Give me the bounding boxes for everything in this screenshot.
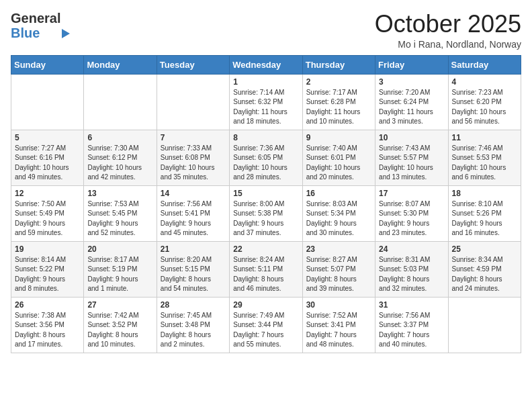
day-number: 7 [161, 133, 226, 142]
day-of-week-header: Monday [84, 55, 157, 74]
day-info: Sunrise: 7:40 AM Sunset: 6:01 PM Dayligh… [306, 144, 371, 183]
calendar-day-cell: 17Sunrise: 8:07 AM Sunset: 5:30 PM Dayli… [375, 185, 448, 241]
day-number: 1 [233, 77, 298, 87]
day-info: Sunrise: 7:38 AM Sunset: 3:56 PM Dayligh… [15, 311, 80, 350]
calendar-day-cell: 21Sunrise: 8:20 AM Sunset: 5:15 PM Dayli… [157, 241, 229, 297]
calendar-day-cell: 22Sunrise: 8:24 AM Sunset: 5:11 PM Dayli… [230, 241, 302, 297]
day-number: 13 [87, 189, 152, 198]
location-text: Mo i Rana, Nordland, Norway [375, 39, 521, 50]
day-number: 5 [15, 133, 80, 142]
day-info: Sunrise: 8:07 AM Sunset: 5:30 PM Dayligh… [379, 199, 444, 238]
logo: General Blue [11, 11, 70, 40]
day-number: 26 [15, 300, 80, 310]
day-info: Sunrise: 8:34 AM Sunset: 4:59 PM Dayligh… [452, 255, 517, 294]
calendar-day-cell: 20Sunrise: 8:17 AM Sunset: 5:19 PM Dayli… [84, 241, 157, 297]
calendar-week-row: 5Sunrise: 7:27 AM Sunset: 6:16 PM Daylig… [11, 130, 521, 185]
day-info: Sunrise: 7:42 AM Sunset: 3:52 PM Dayligh… [87, 311, 152, 350]
day-number: 10 [379, 133, 444, 142]
day-info: Sunrise: 7:46 AM Sunset: 5:53 PM Dayligh… [452, 144, 517, 183]
calendar-day-cell [157, 74, 229, 130]
calendar-day-cell: 14Sunrise: 7:56 AM Sunset: 5:41 PM Dayli… [157, 185, 229, 241]
day-of-week-header: Tuesday [157, 55, 229, 74]
calendar-day-cell: 29Sunrise: 7:49 AM Sunset: 3:44 PM Dayli… [230, 297, 302, 353]
day-number: 30 [306, 300, 371, 310]
day-info: Sunrise: 7:27 AM Sunset: 6:16 PM Dayligh… [15, 144, 80, 183]
calendar-day-cell: 11Sunrise: 7:46 AM Sunset: 5:53 PM Dayli… [448, 130, 521, 185]
day-info: Sunrise: 8:24 AM Sunset: 5:11 PM Dayligh… [233, 255, 298, 294]
calendar-day-cell: 30Sunrise: 7:52 AM Sunset: 3:41 PM Dayli… [302, 297, 375, 353]
day-info: Sunrise: 7:52 AM Sunset: 3:41 PM Dayligh… [306, 311, 371, 350]
day-number: 19 [15, 244, 80, 254]
day-number: 23 [306, 244, 371, 254]
month-title: October 2025 [375, 11, 521, 38]
day-number: 14 [161, 189, 226, 198]
day-number: 28 [161, 300, 226, 310]
day-info: Sunrise: 8:10 AM Sunset: 5:26 PM Dayligh… [452, 199, 517, 238]
page-header: General Blue October 2025 Mo i Rana, Nor… [11, 11, 521, 50]
calendar-day-cell: 31Sunrise: 7:56 AM Sunset: 3:37 PM Dayli… [375, 297, 448, 353]
calendar-day-cell: 25Sunrise: 8:34 AM Sunset: 4:59 PM Dayli… [448, 241, 521, 297]
day-number: 25 [452, 244, 517, 254]
calendar-day-cell: 9Sunrise: 7:40 AM Sunset: 6:01 PM Daylig… [302, 130, 375, 185]
calendar-day-cell: 10Sunrise: 7:43 AM Sunset: 5:57 PM Dayli… [375, 130, 448, 185]
day-info: Sunrise: 7:49 AM Sunset: 3:44 PM Dayligh… [233, 311, 298, 350]
day-info: Sunrise: 7:14 AM Sunset: 6:32 PM Dayligh… [233, 88, 298, 127]
calendar-day-cell [448, 297, 521, 353]
day-info: Sunrise: 7:33 AM Sunset: 6:08 PM Dayligh… [161, 144, 226, 183]
day-info: Sunrise: 8:00 AM Sunset: 5:38 PM Dayligh… [233, 199, 298, 238]
calendar-day-cell [84, 74, 157, 130]
day-info: Sunrise: 7:50 AM Sunset: 5:49 PM Dayligh… [15, 199, 80, 238]
day-info: Sunrise: 8:31 AM Sunset: 5:03 PM Dayligh… [379, 255, 444, 294]
day-info: Sunrise: 8:20 AM Sunset: 5:15 PM Dayligh… [161, 255, 226, 294]
calendar-day-cell: 24Sunrise: 8:31 AM Sunset: 5:03 PM Dayli… [375, 241, 448, 297]
calendar-day-cell: 15Sunrise: 8:00 AM Sunset: 5:38 PM Dayli… [230, 185, 302, 241]
calendar-day-cell: 3Sunrise: 7:20 AM Sunset: 6:24 PM Daylig… [375, 74, 448, 130]
day-number: 3 [379, 77, 444, 87]
day-info: Sunrise: 7:53 AM Sunset: 5:45 PM Dayligh… [87, 199, 152, 238]
day-info: Sunrise: 8:14 AM Sunset: 5:22 PM Dayligh… [15, 255, 80, 294]
calendar-week-row: 19Sunrise: 8:14 AM Sunset: 5:22 PM Dayli… [11, 241, 521, 297]
day-number: 4 [452, 77, 517, 87]
calendar-day-cell: 5Sunrise: 7:27 AM Sunset: 6:16 PM Daylig… [11, 130, 84, 185]
logo-blue: Blue [11, 26, 60, 40]
calendar-day-cell [11, 74, 84, 130]
calendar-week-row: 26Sunrise: 7:38 AM Sunset: 3:56 PM Dayli… [11, 297, 521, 353]
day-number: 16 [306, 189, 371, 198]
logo-arrow-icon [62, 29, 70, 38]
day-of-week-header: Wednesday [230, 55, 302, 74]
day-number: 9 [306, 133, 371, 142]
calendar-day-cell: 8Sunrise: 7:36 AM Sunset: 6:05 PM Daylig… [230, 130, 302, 185]
calendar-day-cell: 1Sunrise: 7:14 AM Sunset: 6:32 PM Daylig… [230, 74, 302, 130]
calendar-day-cell: 18Sunrise: 8:10 AM Sunset: 5:26 PM Dayli… [448, 185, 521, 241]
day-info: Sunrise: 7:20 AM Sunset: 6:24 PM Dayligh… [379, 88, 444, 127]
calendar-day-cell: 23Sunrise: 8:27 AM Sunset: 5:07 PM Dayli… [302, 241, 375, 297]
day-number: 17 [379, 189, 444, 198]
day-number: 8 [233, 133, 298, 142]
calendar-day-cell: 2Sunrise: 7:17 AM Sunset: 6:28 PM Daylig… [302, 74, 375, 130]
calendar-day-cell: 16Sunrise: 8:03 AM Sunset: 5:34 PM Dayli… [302, 185, 375, 241]
calendar-day-cell: 19Sunrise: 8:14 AM Sunset: 5:22 PM Dayli… [11, 241, 84, 297]
day-number: 22 [233, 244, 298, 254]
calendar-day-cell: 12Sunrise: 7:50 AM Sunset: 5:49 PM Dayli… [11, 185, 84, 241]
calendar-week-row: 12Sunrise: 7:50 AM Sunset: 5:49 PM Dayli… [11, 185, 521, 241]
day-number: 24 [379, 244, 444, 254]
day-number: 15 [233, 189, 298, 198]
day-info: Sunrise: 7:43 AM Sunset: 5:57 PM Dayligh… [379, 144, 444, 183]
day-number: 12 [15, 189, 80, 198]
day-info: Sunrise: 7:36 AM Sunset: 6:05 PM Dayligh… [233, 144, 298, 183]
day-of-week-header: Sunday [11, 55, 84, 74]
day-info: Sunrise: 7:56 AM Sunset: 3:37 PM Dayligh… [379, 311, 444, 350]
day-info: Sunrise: 7:45 AM Sunset: 3:48 PM Dayligh… [161, 311, 226, 350]
calendar-day-cell: 26Sunrise: 7:38 AM Sunset: 3:56 PM Dayli… [11, 297, 84, 353]
day-info: Sunrise: 7:56 AM Sunset: 5:41 PM Dayligh… [161, 199, 226, 238]
day-of-week-header: Friday [375, 55, 448, 74]
calendar-header-row: SundayMondayTuesdayWednesdayThursdayFrid… [11, 55, 521, 74]
calendar-day-cell: 4Sunrise: 7:23 AM Sunset: 6:20 PM Daylig… [448, 74, 521, 130]
title-block: October 2025 Mo i Rana, Nordland, Norway [375, 11, 521, 50]
day-number: 31 [379, 300, 444, 310]
day-of-week-header: Thursday [302, 55, 375, 74]
calendar-day-cell: 13Sunrise: 7:53 AM Sunset: 5:45 PM Dayli… [84, 185, 157, 241]
calendar-day-cell: 28Sunrise: 7:45 AM Sunset: 3:48 PM Dayli… [157, 297, 229, 353]
day-info: Sunrise: 8:27 AM Sunset: 5:07 PM Dayligh… [306, 255, 371, 294]
calendar-table: SundayMondayTuesdayWednesdayThursdayFrid… [11, 55, 521, 353]
